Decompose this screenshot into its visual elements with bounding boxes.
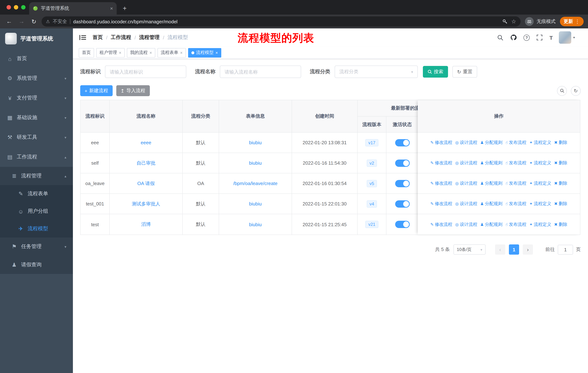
active-toggle[interactable] — [395, 221, 410, 228]
design-process-link[interactable]: ◎设计流程 — [455, 140, 477, 146]
refresh-table-button[interactable]: ↻ — [571, 86, 581, 96]
goto-page-input[interactable] — [558, 245, 573, 254]
sidebar-item-task-management[interactable]: ⚑ 任务管理 ▾ — [0, 238, 73, 256]
tag-tenant[interactable]: 租户管理 × — [96, 48, 125, 57]
category-select[interactable]: 流程分类 ▾ — [335, 66, 418, 78]
process-key-input[interactable] — [105, 66, 186, 78]
close-icon[interactable]: × — [149, 50, 152, 55]
page-button-current[interactable]: 1 — [509, 244, 519, 255]
form-info-link[interactable]: /bpm/oa/leave/create — [233, 181, 278, 186]
design-process-link[interactable]: ◎设计流程 — [455, 221, 477, 227]
publish-process-link[interactable]: ☝发布流程 — [505, 201, 526, 207]
sidebar-item-home[interactable]: ⌂ 首页 — [0, 49, 73, 69]
logo-row[interactable]: 芋道管理系统 — [0, 28, 73, 49]
next-page-button[interactable]: › — [523, 244, 533, 255]
modify-process-link[interactable]: ✎修改流程 — [430, 201, 452, 207]
sidebar-item-user-group[interactable]: ☺ 用户分组 — [0, 202, 73, 220]
sidebar-item-process-management[interactable]: ≣ 流程管理 ▴ — [0, 167, 73, 185]
process-definition-link[interactable]: ⚭流程定义 — [529, 180, 551, 186]
active-toggle[interactable] — [395, 139, 410, 146]
minimize-window-button[interactable] — [14, 5, 18, 10]
browser-tab[interactable]: 芋道管理系统 × — [29, 2, 117, 15]
process-name-input[interactable] — [220, 66, 301, 78]
bookmark-star-icon[interactable]: ☆ — [511, 18, 516, 25]
process-name-link[interactable]: 滔博 — [141, 221, 151, 228]
modify-process-link[interactable]: ✎修改流程 — [430, 221, 452, 227]
assign-rule-link[interactable]: ♟分配规则 — [480, 140, 503, 146]
breadcrumb-item[interactable]: 流程管理 — [139, 34, 160, 41]
sidebar-item-system[interactable]: ⚙ 系统管理 ▾ — [0, 69, 73, 88]
font-size-icon[interactable]: T — [550, 34, 553, 40]
process-name-link[interactable]: eeee — [141, 140, 151, 145]
process-name-link[interactable]: OA 请假 — [137, 180, 155, 187]
sidebar-item-process-model[interactable]: ✈ 流程模型 — [0, 220, 73, 238]
sidebar-item-workflow[interactable]: ▤ 工作流程 ▴ — [0, 147, 73, 167]
modify-process-link[interactable]: ✎修改流程 — [430, 140, 452, 146]
address-bar[interactable]: ⚠ 不安全 dashboard.yudao.iocoder.cn/bpm/man… — [42, 16, 521, 27]
form-info-link[interactable]: biubiu — [249, 201, 262, 207]
active-toggle[interactable] — [395, 200, 410, 207]
sidebar-item-infra[interactable]: ▦ 基础设施 ▾ — [0, 108, 73, 128]
delete-link[interactable]: ✖删除 — [554, 180, 567, 186]
back-icon[interactable]: ← — [4, 17, 14, 26]
show-search-button[interactable] — [557, 86, 567, 96]
search-icon[interactable] — [497, 34, 504, 41]
delete-link[interactable]: ✖删除 — [554, 140, 567, 146]
design-process-link[interactable]: ◎设计流程 — [455, 160, 477, 166]
delete-link[interactable]: ✖删除 — [554, 160, 567, 166]
github-icon[interactable] — [510, 34, 517, 41]
delete-link[interactable]: ✖删除 — [554, 221, 567, 227]
design-process-link[interactable]: ◎设计流程 — [455, 180, 477, 186]
tag-process-form[interactable]: 流程表单 × — [158, 48, 186, 57]
tag-my-process[interactable]: 我的流程 × — [127, 48, 155, 57]
modify-process-link[interactable]: ✎修改流程 — [430, 160, 452, 166]
tag-process-model[interactable]: 流程模型 × — [188, 48, 221, 57]
assign-rule-link[interactable]: ♟分配规则 — [480, 180, 503, 186]
active-toggle[interactable] — [395, 180, 410, 187]
prev-page-button[interactable]: ‹ — [495, 244, 505, 255]
close-window-button[interactable] — [7, 5, 11, 10]
search-button[interactable]: 搜索 — [423, 66, 448, 78]
process-definition-link[interactable]: ⚭流程定义 — [529, 140, 551, 146]
key-icon[interactable] — [502, 19, 508, 24]
new-tab-button[interactable]: + — [120, 3, 130, 13]
delete-link[interactable]: ✖删除 — [554, 201, 567, 207]
sidebar-fold-icon[interactable] — [79, 33, 87, 41]
close-icon[interactable]: × — [119, 50, 121, 55]
form-info-link[interactable]: biubiu — [249, 140, 262, 145]
reload-icon[interactable]: ↻ — [29, 17, 39, 26]
process-definition-link[interactable]: ⚭流程定义 — [529, 201, 551, 207]
user-menu[interactable]: ▾ — [559, 31, 575, 44]
tag-home[interactable]: 首页 — [79, 48, 94, 57]
close-icon[interactable]: × — [180, 50, 183, 55]
fullscreen-icon[interactable] — [536, 34, 543, 41]
publish-process-link[interactable]: ☝发布流程 — [505, 140, 526, 146]
process-definition-link[interactable]: ⚭流程定义 — [529, 221, 551, 227]
active-toggle[interactable] — [395, 159, 410, 167]
breadcrumb-item[interactable]: 首页 — [93, 34, 103, 41]
process-name-link[interactable]: 测试多审批人 — [132, 201, 160, 207]
design-process-link[interactable]: ◎设计流程 — [455, 201, 477, 207]
process-definition-link[interactable]: ⚭流程定义 — [529, 160, 551, 166]
sidebar-item-payment[interactable]: ¥ 支付管理 ▾ — [0, 88, 73, 108]
reset-button[interactable]: ↻ 重置 — [452, 66, 477, 78]
assign-rule-link[interactable]: ♟分配规则 — [480, 221, 503, 227]
page-size-select[interactable]: 10条/页 ▾ — [453, 244, 486, 255]
publish-process-link[interactable]: ☝发布流程 — [505, 160, 526, 166]
sidebar-item-leave-query[interactable]: ♟ 请假查询 — [0, 256, 73, 274]
incognito-profile[interactable]: 无痕模式 — [525, 17, 556, 26]
form-info-link[interactable]: biubiu — [249, 222, 262, 227]
update-button[interactable]: 更新 ⋮ — [560, 17, 584, 26]
form-info-link[interactable]: biubiu — [249, 160, 262, 166]
sidebar-item-devtools[interactable]: ⚒ 研发工具 ▾ — [0, 128, 73, 147]
create-process-button[interactable]: + 新建流程 — [80, 85, 113, 96]
breadcrumb-item[interactable]: 工作流程 — [111, 34, 131, 41]
sidebar-item-process-form[interactable]: ✎ 流程表单 — [0, 185, 73, 202]
browser-menu-icon[interactable]: ⋮ — [575, 19, 580, 24]
forward-icon[interactable]: → — [17, 17, 26, 26]
process-name-link[interactable]: 自己审批 — [136, 160, 156, 166]
assign-rule-link[interactable]: ♟分配规则 — [480, 160, 503, 166]
import-process-button[interactable]: ↥ 导入流程 — [116, 85, 150, 96]
publish-process-link[interactable]: ☝发布流程 — [505, 180, 526, 186]
zoom-window-button[interactable] — [21, 5, 26, 10]
